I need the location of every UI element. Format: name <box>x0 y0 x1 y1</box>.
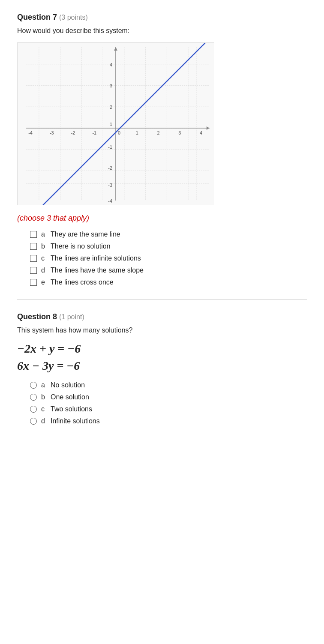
radio-8a[interactable] <box>30 382 37 389</box>
svg-text:2: 2 <box>157 130 159 135</box>
option-8b-text: One solution <box>51 393 89 401</box>
checkbox-7a[interactable] <box>30 231 37 238</box>
svg-text:-4: -4 <box>108 198 112 204</box>
option-7d-text: The lines have the same slope <box>51 267 144 274</box>
radio-8c[interactable] <box>30 406 37 413</box>
radio-8b[interactable] <box>30 394 37 401</box>
question-8-options: a No solution b One solution c Two solut… <box>30 381 307 425</box>
svg-text:-1: -1 <box>92 130 96 135</box>
checkbox-7e[interactable] <box>30 279 37 286</box>
checkbox-7b[interactable] <box>30 243 37 250</box>
choose-label: (choose 3 that apply) <box>17 214 307 223</box>
svg-text:3: 3 <box>110 83 112 88</box>
radio-8d[interactable] <box>30 418 37 425</box>
option-8a[interactable]: a No solution <box>30 381 307 389</box>
option-7e-text: The lines cross once <box>51 279 114 286</box>
question-7-header: Question 7 (3 points) <box>17 13 307 22</box>
svg-text:1: 1 <box>110 122 112 127</box>
svg-text:1: 1 <box>136 130 138 135</box>
checkbox-7c[interactable] <box>30 255 37 262</box>
option-8a-text: No solution <box>51 381 85 389</box>
option-7a-text: They are the same line <box>51 231 120 238</box>
equation-block: −2x + y = −6 6x − 3y = −6 <box>17 342 307 373</box>
svg-text:0: 0 <box>118 130 120 135</box>
question-7-number: Question 7 <box>17 13 57 21</box>
option-7b[interactable]: b There is no solution <box>30 243 307 250</box>
option-8b[interactable]: b One solution <box>30 393 307 401</box>
svg-text:-3: -3 <box>108 183 112 188</box>
option-8d[interactable]: d Infinite solutions <box>30 417 307 425</box>
option-7d[interactable]: d The lines have the same slope <box>30 267 307 274</box>
svg-text:-3: -3 <box>50 130 54 135</box>
option-7e[interactable]: e The lines cross once <box>30 279 307 286</box>
question-7-points: (3 points) <box>59 14 88 21</box>
equation-1: −2x + y = −6 <box>17 342 307 356</box>
question-8-header: Question 8 (1 point) <box>17 312 307 321</box>
svg-text:4: 4 <box>110 62 112 67</box>
section-divider <box>17 299 307 300</box>
graph-container: -4 -3 -2 -1 0 1 2 3 4 4 3 2 1 -1 -2 -3 -… <box>17 42 214 205</box>
question-8-points: (1 point) <box>59 313 84 321</box>
checkbox-7d[interactable] <box>30 267 37 274</box>
option-8d-text: Infinite solutions <box>51 417 100 425</box>
option-8c[interactable]: c Two solutions <box>30 405 307 413</box>
question-7-text: How would you describe this system: <box>17 27 307 35</box>
equation-2: 6x − 3y = −6 <box>17 359 307 373</box>
option-7a[interactable]: a They are the same line <box>30 231 307 238</box>
question-8-text: This system has how many solutions? <box>17 326 307 334</box>
question-7-options: a They are the same line b There is no s… <box>30 231 307 286</box>
option-7c[interactable]: c The lines are infinite solutions <box>30 255 307 262</box>
svg-text:-2: -2 <box>108 165 112 171</box>
svg-text:-2: -2 <box>71 130 75 135</box>
question-8-container: Question 8 (1 point) This system has how… <box>17 312 307 425</box>
option-7b-text: There is no solution <box>51 243 111 250</box>
question-7-container: Question 7 (3 points) How would you desc… <box>17 13 307 286</box>
svg-text:3: 3 <box>178 130 181 135</box>
question-8-number: Question 8 <box>17 312 57 321</box>
graph-svg: -4 -3 -2 -1 0 1 2 3 4 4 3 2 1 -1 -2 -3 -… <box>18 43 214 205</box>
svg-text:4: 4 <box>200 130 202 135</box>
svg-text:2: 2 <box>110 105 112 110</box>
svg-text:-4: -4 <box>28 130 33 135</box>
svg-text:-1: -1 <box>108 144 112 150</box>
option-7c-text: The lines are infinite solutions <box>51 255 141 262</box>
option-8c-text: Two solutions <box>51 405 92 413</box>
